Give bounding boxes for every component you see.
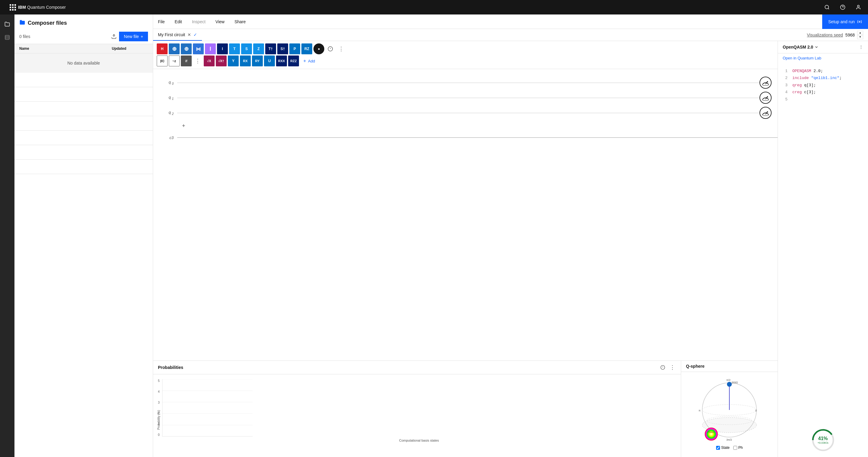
add-qubit-area: + [153,120,778,132]
help-icon[interactable] [838,2,847,12]
gate-measure[interactable]: ● [313,44,324,54]
prob-more-icon[interactable]: ⋮ [669,364,676,371]
qsphere-ph-checkbox[interactable]: Ph [733,446,743,450]
viz-seed-up[interactable]: ▲ [857,31,863,35]
openqasm-dropdown[interactable]: OpenQASM 2.0 [783,45,818,50]
svg-text:0: 0 [755,409,757,412]
files-count: 0 files [19,34,30,39]
circuit-canvas[interactable]: q 0 [153,69,778,361]
files-empty-message: No data available [14,53,153,73]
upload-button[interactable] [111,34,117,39]
viz-seed-value: 5968 [845,33,855,37]
gate-info-button[interactable] [326,44,335,54]
chart-body: Probability (%) Computational basis stat… [162,379,676,452]
menu-share[interactable]: Share [230,15,251,29]
menu-bar: File Edit Inspect View Share Setup and r… [153,15,868,29]
gate-RX[interactable]: RX [240,56,251,66]
gate-P[interactable]: P [289,44,300,54]
gate-H[interactable]: H [157,44,167,54]
qsphere-controls: State Ph [711,443,748,452]
gate-Tdagger[interactable]: T† [265,44,276,54]
gate-RXX[interactable]: RXX [276,56,287,66]
new-file-button[interactable]: New file + [119,32,148,41]
prob-info-icon[interactable] [659,364,666,371]
code-block[interactable]: 1 OPENQASM 2.0; 2 include "qelib1.inc"; … [778,63,868,423]
gate-Y[interactable]: Y [228,56,239,66]
openqasm-title: OpenQASM 2.0 [783,45,813,50]
gate-sqrtXdag[interactable]: √X† [216,56,227,66]
files-rows [14,73,153,174]
files-toolbar: 0 files New file + [14,29,153,44]
gate-Sdagger[interactable]: S† [277,44,288,54]
tab-bar: My First circuit ✕ ✓ Visualizations seed… [153,29,868,41]
openqasm-more-button[interactable]: ⋮ [859,45,863,50]
menu-edit[interactable]: Edit [170,15,187,29]
gate-I2[interactable]: I [217,44,228,54]
code-line-1: 1 OPENQASM 2.0; [783,67,863,75]
y-axis-label: Probability (%) [157,410,160,430]
gate-RY[interactable]: RY [252,56,263,66]
viz-seed-stepper[interactable]: ▲ ▼ [857,31,863,39]
qsphere-state-checkbox[interactable]: State [716,446,730,450]
gate-row-1: H ⊕ ⊕ ⋈ I I T S Z T† S† P RZ ● [157,44,774,54]
file-row-placeholder-4 [14,116,153,131]
prob-title: Probabilities [158,365,183,370]
menu-file[interactable]: File [153,15,170,29]
gate-ket0[interactable]: |0⟩ [157,56,167,66]
gate-I1[interactable]: I [205,44,216,54]
tab-close-icon[interactable]: ✕ [187,32,191,37]
viz-seed-down[interactable]: ▼ [857,35,863,39]
viz-seed-label: Visualizations seed [807,33,843,37]
circuit-qasm-split: H ⊕ ⊕ ⋈ I I T S Z T† S† P RZ ● [153,41,868,457]
search-icon[interactable] [822,2,832,12]
gate-RZ[interactable]: RZ [301,44,312,54]
gate-row2-more[interactable]: ⋮ [193,56,203,66]
gate-more-button[interactable]: ⋮ [336,44,346,54]
sidebar-item-files[interactable] [1,18,13,30]
gate-Z[interactable]: Z [253,44,264,54]
gate-if[interactable]: if [181,56,192,66]
folder-icon [19,19,25,27]
svg-point-37 [727,382,732,387]
top-nav: IBM Quantum Composer [0,0,868,15]
gate-SWAP[interactable]: ⋈ [193,44,204,54]
prob-panel: Probabilities ⋮ [153,361,681,457]
prob-right: ⋮ [659,364,676,371]
circuit-tab[interactable]: My First circuit ✕ ✓ [153,29,202,41]
gate-RZZ[interactable]: RZZ [288,56,299,66]
gate-U[interactable]: U [264,56,275,66]
gate-reset[interactable]: ~z [169,56,180,66]
sidebar-item-circuit[interactable] [1,31,13,44]
state-checkbox-input[interactable] [716,446,720,450]
qubit-label-1: q 1 [153,95,177,101]
menu-inspect[interactable]: Inspect [187,15,211,29]
ph-checkbox-input[interactable] [733,446,737,450]
add-gate-button[interactable]: Add [300,58,317,64]
svg-marker-18 [767,96,768,97]
circuit-wires-area: q 0 [153,69,778,457]
qubit-row-0: q 0 [153,75,778,90]
gate-sqrtX[interactable]: √X [204,56,215,66]
menu-view[interactable]: View [211,15,230,29]
creg-wire [177,137,778,138]
add-qubit-button[interactable]: + [177,121,190,130]
files-panel: Composer files 0 files New file + Name U… [14,15,153,457]
right-panel: OpenQASM 2.0 ⋮ Open in Quantum Lab 1 OPE… [778,41,868,457]
file-row-placeholder-6 [14,145,153,160]
gate-S[interactable]: S [241,44,252,54]
sidebar [0,15,14,457]
qubit-label-2: q 2 [153,110,177,116]
file-row-placeholder-1 [14,73,153,87]
gate-CNOT[interactable]: ⊕ [169,44,180,54]
progress-ring-container: 41% +0.03K/s [778,423,868,457]
gate-toolbar: H ⊕ ⊕ ⋈ I I T S Z T† S† P RZ ● [153,41,778,69]
open-quantum-lab-link[interactable]: Open in Quantum Lab [778,53,868,63]
gate-CX[interactable]: ⊕ [181,44,192,54]
setup-run-button[interactable]: Setup and run [822,15,868,29]
grid-menu-icon[interactable] [5,4,14,10]
user-icon[interactable] [854,2,863,12]
circuit-left: H ⊕ ⊕ ⋈ I I T S Z T† S† P RZ ● [153,41,778,457]
code-line-3: 3 qreg q[3]; [783,82,863,89]
gate-T[interactable]: T [229,44,240,54]
file-row-placeholder-2 [14,87,153,102]
